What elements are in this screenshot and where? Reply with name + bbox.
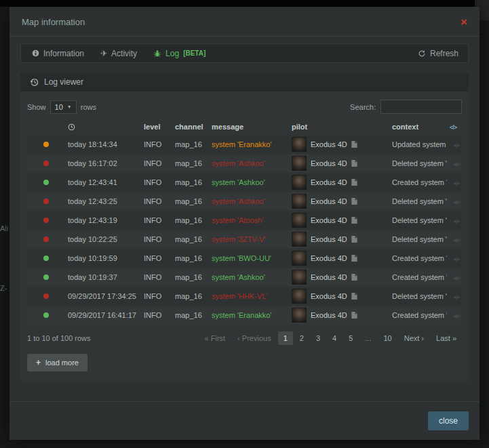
log-time: today 12:43:19 [65, 211, 141, 230]
pilot-avatar [292, 251, 307, 266]
background-map-label: Z- [0, 284, 7, 292]
character-sheet-icon[interactable] [351, 312, 357, 319]
character-sheet-icon[interactable] [351, 217, 357, 224]
log-viewer-panel: Log viewer Show 10 ▼ rows [20, 73, 469, 381]
character-sheet-icon[interactable] [351, 198, 357, 205]
pagination-page[interactable]: ... [359, 331, 376, 345]
row-expand-icon[interactable]: </> [453, 237, 459, 243]
pagination-first[interactable]: « First [199, 331, 231, 345]
tab-activity-label: Activity [111, 49, 137, 58]
context-code-column-header: </> [447, 120, 462, 135]
tab-log[interactable]: Log [BETA] [145, 44, 214, 62]
pagination-next[interactable]: Next › [399, 331, 429, 345]
character-sheet-icon[interactable] [351, 160, 357, 167]
info-icon [32, 49, 39, 57]
pagination-page[interactable]: 5 [343, 331, 358, 345]
log-message: system 'Ashkoo' [209, 173, 289, 192]
character-sheet-icon[interactable] [351, 293, 357, 300]
log-message: system 'Eranakko' [209, 135, 289, 154]
status-dot-icon [43, 312, 49, 318]
row-expand-icon[interactable]: </> [453, 161, 459, 167]
pilot-avatar [292, 194, 307, 209]
pilot-avatar [292, 213, 307, 228]
pilot-name: Exodus 4D [311, 178, 347, 186]
log-channel: map_16 [172, 230, 209, 249]
log-viewer-header: Log viewer [20, 73, 469, 91]
pilot-avatar [292, 289, 307, 304]
pagination-last[interactable]: Last » [431, 331, 462, 345]
pilot-name: Exodus 4D [311, 292, 347, 300]
log-level: INFO [141, 192, 172, 211]
pilot-avatar [292, 232, 307, 247]
pilot-name: Exodus 4D [311, 159, 347, 167]
pagination-page[interactable]: 1 [278, 331, 293, 345]
status-dot-icon [43, 161, 49, 166]
character-sheet-icon[interactable] [351, 179, 357, 186]
status-dot-icon [43, 199, 49, 204]
pagination-page[interactable]: 2 [294, 331, 309, 345]
pagination-page[interactable]: 3 [311, 331, 326, 345]
status-column-header [27, 120, 65, 135]
modal-body: Information ✈ Activity Log [BETA] [9, 37, 480, 401]
log-level: INFO [141, 154, 172, 173]
chevron-down-icon: ▼ [67, 104, 72, 109]
close-button[interactable]: close [428, 411, 469, 430]
log-context: Deleted system 'Ashkoo' ... [389, 192, 447, 211]
load-more-label: load more [45, 359, 79, 367]
character-sheet-icon[interactable] [351, 255, 357, 262]
log-level: INFO [141, 173, 172, 192]
pagination-page[interactable]: 10 [378, 331, 397, 345]
row-expand-icon[interactable]: </> [453, 199, 459, 205]
log-message: system 'Eranakko' [209, 306, 289, 325]
clock-icon [68, 123, 138, 131]
log-context: Created system 'Eranakko... [389, 306, 447, 325]
log-message: system 'HHK-VL' [209, 287, 289, 306]
log-context: Created system 'Ashkoo' ... [389, 268, 447, 287]
character-sheet-icon[interactable] [351, 236, 357, 243]
row-expand-icon[interactable]: </> [453, 256, 459, 262]
status-dot-icon [43, 237, 49, 242]
row-expand-icon[interactable]: </> [453, 180, 459, 186]
row-expand-icon[interactable]: </> [453, 294, 459, 300]
pagination-page[interactable]: 4 [327, 331, 342, 345]
load-more-button[interactable]: + load more [27, 354, 87, 371]
page-size-control: Show 10 ▼ rows [27, 100, 96, 114]
log-table-header-row: level channel message pilot context </> [27, 120, 462, 135]
log-channel: map_16 [172, 192, 209, 211]
character-sheet-icon[interactable] [351, 141, 357, 148]
pilot-avatar [292, 175, 307, 190]
show-label: Show [27, 103, 46, 111]
page-background: Ali Z- Map information × Information ✈ A… [0, 0, 489, 448]
character-sheet-icon[interactable] [351, 274, 357, 281]
table-controls: Show 10 ▼ rows Search: [27, 100, 462, 114]
tab-activity[interactable]: ✈ Activity [92, 44, 145, 62]
log-message: system '3ZTV-V' [209, 230, 289, 249]
pagination-summary: 1 to 10 of 100 rows [27, 334, 91, 342]
row-expand-icon[interactable]: </> [453, 275, 459, 281]
log-level: INFO [141, 230, 172, 249]
refresh-button[interactable]: Refresh [411, 44, 465, 62]
log-time: today 18:14:34 [65, 135, 141, 154]
log-row: today 12:43:41 INFO map_16 system 'Ashko… [27, 173, 462, 192]
row-expand-icon[interactable]: </> [453, 218, 459, 224]
log-time: today 16:17:02 [65, 154, 141, 173]
row-expand-icon[interactable]: </> [453, 313, 459, 319]
log-message: system 'BWO-UU' [209, 249, 289, 268]
log-channel: map_16 [172, 211, 209, 230]
background-top-bar [0, 0, 489, 7]
close-icon[interactable]: × [461, 18, 467, 27]
row-expand-icon[interactable]: </> [453, 142, 459, 148]
log-row: today 10:22:25 INFO map_16 system '3ZTV-… [27, 230, 462, 249]
log-context: Deleted system 'Atoosh' #... [389, 211, 447, 230]
search-input[interactable] [380, 100, 462, 114]
page-size-select[interactable]: 10 ▼ [50, 100, 77, 114]
log-row: 09/29/2017 17:34:25 INFO map_16 system '… [27, 287, 462, 306]
tab-log-label: Log [165, 49, 179, 58]
pilot-name: Exodus 4D [311, 140, 347, 148]
pilot-name: Exodus 4D [311, 197, 347, 205]
time-column-header [65, 120, 141, 135]
status-dot-icon [43, 180, 49, 185]
pagination-previous[interactable]: ‹ Previous [232, 331, 277, 345]
tab-information[interactable]: Information [24, 44, 92, 62]
context-column-header: context [389, 120, 447, 135]
